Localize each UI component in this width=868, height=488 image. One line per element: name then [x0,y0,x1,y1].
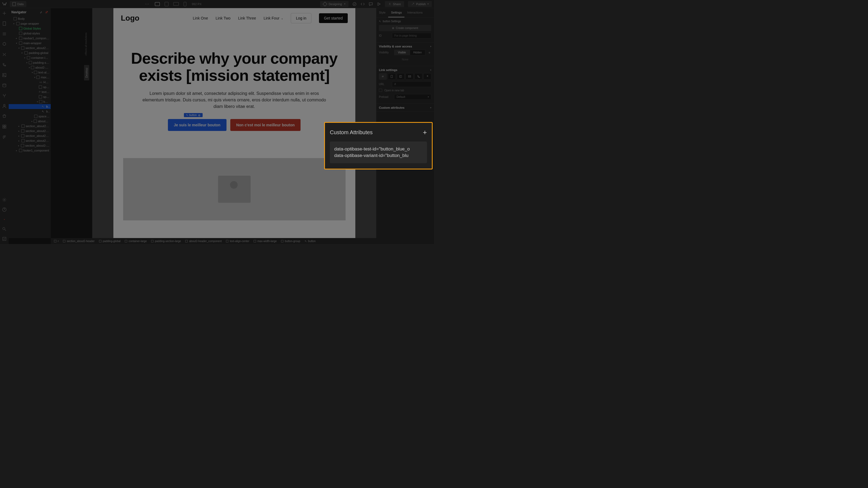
breadcrumb-item[interactable]: container-large [125,240,147,242]
tree-item-section-about2-testimonial[interactable]: ▸section_about2-testimonial [9,143,51,148]
variables-icon[interactable] [2,52,7,57]
logic-icon[interactable] [2,93,7,98]
get-started-button[interactable]: Get started [319,13,347,23]
check-icon[interactable] [352,2,357,6]
tree-item-text-align-center[interactable]: ▾text-align-center [9,70,51,75]
add-icon[interactable] [2,11,7,16]
navigator-icon[interactable] [2,31,7,36]
settings-icon[interactable] [2,197,7,202]
tree-item-spacer-medium[interactable]: spacer-medium [9,94,51,99]
id-input[interactable] [392,33,431,38]
link-type-file[interactable] [424,73,431,80]
tree-item-main-wrapper[interactable]: ▾main-wrapper [9,41,51,45]
link-type-phone[interactable] [414,73,422,80]
pages-icon[interactable] [2,21,7,26]
create-component-button[interactable]: ⊕ Create component [379,25,431,31]
link-type-page[interactable] [388,73,396,80]
finsweet-icon[interactable]: {F [2,134,7,139]
tab-settings[interactable]: Settings [388,8,404,18]
design-canvas[interactable]: Logo Link One Link Two Link Three Link F… [113,8,355,238]
breadcrumb-item[interactable]: button-group [281,240,300,242]
share-button[interactable]: Share [385,1,404,7]
search-icon[interactable] [2,227,7,231]
play-icon[interactable] [377,2,381,6]
breadcrumb-item[interactable]: text-align-center [226,240,249,242]
nav-link-2[interactable]: Link Two [216,16,230,20]
custom-attribute-row-2[interactable]: data-optibase-variant-id="button_blu [334,153,423,158]
visibility-heading[interactable]: Visibility & user access▾ [379,45,431,48]
breadcrumb-item[interactable]: section_about2-header [63,240,94,242]
more-icon[interactable]: ⋯ [145,1,150,6]
nav-link-4[interactable]: Link Four ⌄ [264,16,283,20]
tree-item-about2-header-image-wrapper[interactable]: ▸about2-header_image-wrapper [9,119,51,124]
breakpoint-phone-icon[interactable] [184,2,186,6]
tree-item-heading[interactable]: H1Heading [9,80,51,85]
video-icon[interactable]: ▪ [2,217,7,222]
desktop-resolution-tab[interactable]: Desktop [84,65,89,80]
breakpoint-tablet-icon[interactable] [165,2,168,6]
link-type-url[interactable] [379,73,387,80]
breadcrumb-item[interactable]: padding-global [99,240,121,242]
cms-icon[interactable] [2,83,7,88]
link-settings-heading[interactable]: Link settings▾ [379,68,431,72]
code-icon[interactable] [361,2,365,6]
tree-item-button[interactable]: button [9,109,51,114]
tree-item-spacer-xxlarge[interactable]: spacer-xxlarge [9,114,51,119]
webflow-logo-icon[interactable] [2,1,8,7]
visibility-segmented[interactable]: Visible Hidden [394,50,425,55]
breadcrumb-item[interactable]: max-width-large [254,240,277,242]
tab-interactions[interactable]: Interactions [404,8,425,18]
comment-icon[interactable] [369,2,373,6]
tree-item-section-about2-header[interactable]: ▾section_about2-header [9,45,51,51]
hero-paragraph[interactable]: Lorem ipsum dolor sit amet, consectetur … [142,90,327,110]
styles-icon[interactable] [2,62,7,67]
link-type-section[interactable] [397,73,405,80]
tree-item-body[interactable]: Body [9,16,51,21]
nav-link-3[interactable]: Link Three [238,16,256,20]
tree-item-section-about2-team[interactable]: ▸section_about2-team [9,138,51,143]
collapse-icon[interactable]: ⤢ [40,11,42,14]
image-placeholder-block[interactable] [123,158,346,220]
breadcrumb-item[interactable]: about2-header_component [185,240,222,242]
tree-item-padding-global[interactable]: ▾padding-global [9,51,51,55]
breakpoint-desktop-icon[interactable] [155,2,160,6]
gear-icon[interactable]: ⚙ [198,114,200,117]
breadcrumb-item[interactable]: padding-section-large [151,240,181,242]
hero-heading[interactable]: Describe why your company exists [missio… [130,50,339,84]
login-button[interactable]: Log in [291,13,311,23]
users-icon[interactable] [2,104,7,108]
url-input[interactable] [392,82,431,87]
assets-icon[interactable] [2,73,7,77]
tree-item-button[interactable]: button [9,104,51,109]
breadcrumb-item[interactable]: r [54,240,59,242]
publish-button[interactable]: Publish ▾ [408,1,432,7]
selection-label[interactable]: button⚙ [184,113,203,117]
nav-link-1[interactable]: Link One [193,16,208,20]
help-icon[interactable] [2,207,7,212]
data-button[interactable]: Data [10,1,26,7]
pin-icon[interactable]: 📌 [45,11,48,14]
tree-item-footer1-component[interactable]: ▸footer1_component [9,148,51,153]
open-new-tab-checkbox[interactable] [379,89,382,92]
tree-item-container-large[interactable]: ▾container-large [9,55,51,60]
tree-item-global-styles[interactable]: Global Styles [9,26,51,31]
add-attribute-button[interactable]: + [423,128,427,137]
link-type-email[interactable] [405,73,413,80]
visibility-visible[interactable]: Visible [394,50,410,55]
tree-item-navbar1-component[interactable]: ▸navbar1_component [9,36,51,41]
custom-attribute-row-1[interactable]: data-optibase-test-id="button_blue_o [334,147,423,152]
audit-icon[interactable] [2,236,7,241]
tree-item-spacer-medium[interactable]: spacer-medium [9,85,51,90]
tab-style[interactable]: Style [376,8,388,18]
apps-icon[interactable] [2,124,7,129]
custom-attributes-heading[interactable]: Custom attributes▾ [379,106,431,109]
primary-blue-button[interactable]: Je suis le meilleur bouton [168,119,226,131]
preload-select[interactable]: Default▾ [394,94,431,100]
ecommerce-icon[interactable] [2,114,7,119]
tree-item-button-group[interactable]: ▾button-group [9,99,51,104]
tree-item-about2-header-component[interactable]: ▾about2-header_component [9,65,51,70]
tree-item-page-wrapper[interactable]: ▾page-wrapper [9,21,51,26]
custom-attributes-list[interactable]: data-optibase-test-id="button_blue_o dat… [330,141,427,163]
tree-item-section-about2-story[interactable]: ▸section_about2-story [9,124,51,129]
designing-mode-button[interactable]: Designing ▾ [320,1,348,7]
